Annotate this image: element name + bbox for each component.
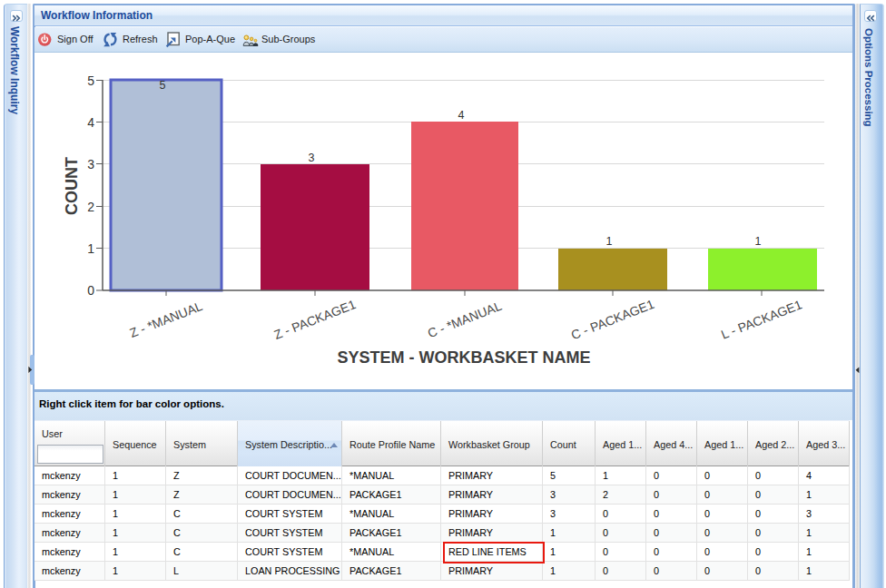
svg-text:COUNT: COUNT: [63, 157, 81, 215]
svg-text:Z - *MANUAL: Z - *MANUAL: [127, 299, 204, 340]
svg-text:SYSTEM - WORKBASKET NAME: SYSTEM - WORKBASKET NAME: [338, 348, 591, 367]
svg-text:4: 4: [458, 109, 465, 122]
svg-text:3: 3: [87, 157, 94, 172]
svg-text:L - PACKAGE1: L - PACKAGE1: [719, 297, 804, 341]
svg-text:2: 2: [87, 200, 94, 214]
svg-text:4: 4: [87, 115, 94, 130]
svg-text:C - PACKAGE1: C - PACKAGE1: [569, 297, 656, 343]
svg-text:1: 1: [755, 235, 762, 248]
svg-text:5: 5: [160, 79, 166, 92]
svg-text:Z - PACKAGE1: Z - PACKAGE1: [271, 297, 358, 342]
svg-text:C - *MANUAL: C - *MANUAL: [426, 299, 504, 341]
svg-text:1: 1: [87, 241, 94, 256]
svg-text:0: 0: [87, 283, 94, 298]
svg-text:1: 1: [606, 235, 613, 248]
svg-text:5: 5: [87, 74, 94, 88]
svg-text:3: 3: [309, 152, 315, 164]
